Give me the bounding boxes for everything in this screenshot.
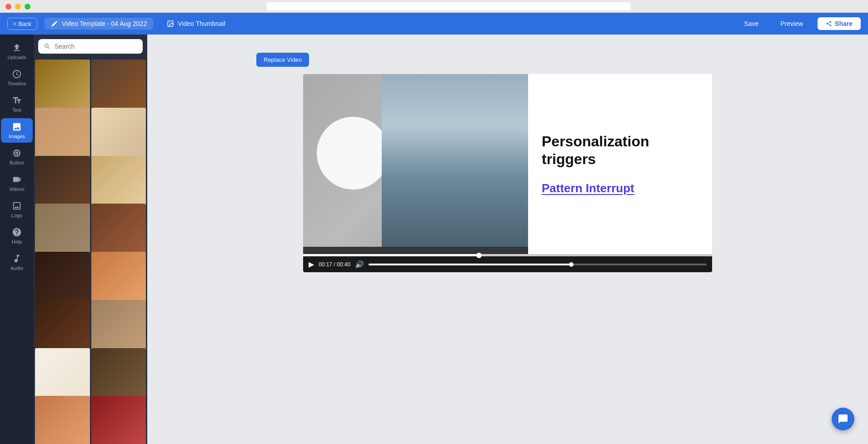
controls-bar: ▶ 00:17 / 00:40 🔊 bbox=[303, 256, 712, 272]
sidebar-item-text[interactable]: Text bbox=[1, 92, 33, 116]
volume-fill bbox=[369, 264, 571, 265]
sidebar-item-help[interactable]: Help bbox=[1, 224, 33, 248]
image-grid bbox=[34, 58, 147, 444]
maximize-button[interactable] bbox=[25, 4, 30, 10]
share-button[interactable]: Share bbox=[818, 17, 861, 30]
image-icon bbox=[167, 20, 174, 27]
chat-icon bbox=[838, 414, 848, 424]
audio-icon bbox=[12, 254, 22, 264]
list-item[interactable] bbox=[35, 156, 90, 211]
sidebar-label-text: Text bbox=[12, 107, 21, 113]
person-figure bbox=[382, 74, 528, 247]
video-container: Personalization triggers Pattern Interru… bbox=[303, 74, 712, 272]
volume-slider[interactable] bbox=[369, 264, 707, 265]
list-item[interactable] bbox=[91, 300, 146, 355]
video-controls bbox=[303, 247, 528, 254]
list-item[interactable] bbox=[35, 300, 90, 355]
list-item[interactable] bbox=[35, 348, 90, 403]
sidebar-label-button: Button bbox=[10, 160, 24, 165]
play-button[interactable]: ▶ bbox=[309, 260, 314, 269]
progress-track-container bbox=[303, 254, 712, 256]
sidebar-label-images: Images bbox=[9, 134, 25, 139]
list-item[interactable] bbox=[91, 252, 146, 307]
list-item[interactable] bbox=[91, 204, 146, 259]
list-item[interactable] bbox=[91, 348, 146, 403]
replace-video-button[interactable]: Replace Video bbox=[256, 53, 309, 67]
list-item[interactable] bbox=[35, 204, 90, 259]
list-item[interactable] bbox=[91, 108, 146, 163]
edit-icon bbox=[51, 20, 58, 27]
video-right: Personalization triggers Pattern Interru… bbox=[528, 74, 712, 254]
list-item[interactable] bbox=[91, 60, 146, 115]
search-input[interactable] bbox=[55, 43, 137, 50]
sidebar-item-timeline[interactable]: Timeline bbox=[1, 65, 33, 90]
video-subtitle: Pattern Interrupt bbox=[542, 181, 698, 195]
sidebar-label-help: Help bbox=[12, 239, 22, 244]
list-item[interactable] bbox=[35, 60, 90, 115]
url-bar[interactable] bbox=[267, 2, 630, 10]
volume-button[interactable]: 🔊 bbox=[355, 260, 364, 269]
video-left bbox=[303, 74, 528, 254]
images-icon bbox=[12, 122, 22, 132]
close-button[interactable] bbox=[5, 4, 11, 10]
list-item[interactable] bbox=[91, 396, 146, 444]
sidebar-label-audio: Audio bbox=[10, 265, 23, 271]
sidebar-item-audio[interactable]: Audio bbox=[1, 250, 33, 274]
preview-button[interactable]: Preview bbox=[773, 17, 810, 30]
progress-thumb[interactable] bbox=[476, 253, 482, 258]
list-item[interactable] bbox=[35, 252, 90, 307]
header: < Back Video Template - 04 Aug 2022 Vide… bbox=[0, 13, 868, 35]
back-button[interactable]: < Back bbox=[7, 18, 37, 30]
speech-bubble bbox=[317, 117, 389, 190]
sidebar-item-images[interactable]: Images bbox=[1, 118, 33, 143]
sidebar-label-timeline: Timeline bbox=[7, 81, 26, 86]
seek-bar[interactable] bbox=[303, 254, 712, 256]
text-icon bbox=[12, 95, 22, 105]
volume-thumb[interactable] bbox=[569, 262, 574, 267]
search-icon bbox=[44, 43, 51, 50]
list-item[interactable] bbox=[35, 396, 90, 444]
canvas-area: Replace Video Personalization triggers P bbox=[147, 35, 868, 444]
chat-button[interactable] bbox=[832, 408, 854, 430]
template-title[interactable]: Video Template - 04 Aug 2022 bbox=[45, 18, 153, 30]
svg-point-1 bbox=[169, 22, 170, 23]
search-box[interactable] bbox=[38, 39, 143, 54]
list-item[interactable] bbox=[35, 108, 90, 163]
sidebar-label-uploads: Uploads bbox=[8, 55, 26, 60]
timeline-icon bbox=[12, 69, 22, 79]
sidebar-item-logo[interactable]: Logo bbox=[1, 197, 33, 222]
sidebar-item-uploads[interactable]: Uploads bbox=[1, 39, 33, 64]
upload-icon bbox=[12, 43, 22, 53]
thumbnail-tab[interactable]: Video Thumbnail bbox=[160, 18, 232, 30]
help-icon bbox=[12, 227, 22, 237]
share-icon bbox=[826, 20, 832, 27]
video-title: Personalization triggers bbox=[542, 133, 698, 168]
sidebar: Uploads Timeline Text Images Button Vide… bbox=[0, 35, 34, 444]
videos-icon bbox=[12, 175, 22, 185]
minimize-button[interactable] bbox=[15, 4, 21, 10]
button-icon bbox=[12, 148, 22, 158]
save-button[interactable]: Save bbox=[737, 17, 766, 30]
sidebar-item-button[interactable]: Button bbox=[1, 145, 33, 169]
sidebar-item-videos[interactable]: Videos bbox=[1, 171, 33, 195]
time-display: 00:17 / 00:40 bbox=[319, 261, 350, 268]
video-placeholder bbox=[303, 74, 528, 247]
video-main: Personalization triggers Pattern Interru… bbox=[303, 74, 712, 254]
list-item[interactable] bbox=[91, 156, 146, 211]
sidebar-label-logo: Logo bbox=[11, 213, 22, 218]
progress-fill bbox=[303, 254, 479, 256]
title-bar bbox=[0, 0, 868, 13]
sidebar-label-videos: Videos bbox=[9, 186, 24, 192]
image-panel bbox=[34, 35, 147, 444]
logo-icon bbox=[12, 201, 22, 211]
